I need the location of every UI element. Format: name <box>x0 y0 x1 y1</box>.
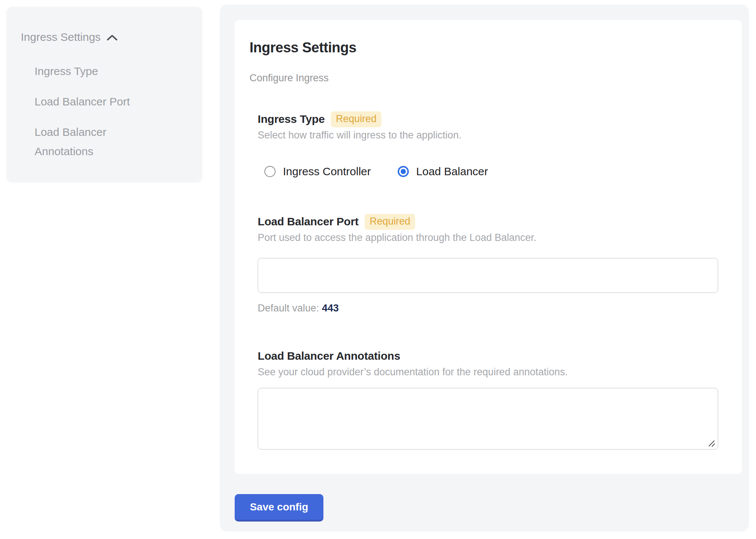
page-subtitle: Configure Ingress <box>250 71 742 85</box>
radio-button-selected[interactable] <box>398 166 409 177</box>
lb-annotations-textarea[interactable] <box>258 388 718 450</box>
default-value: 443 <box>322 303 339 314</box>
sidebar-item-load-balancer-port[interactable]: Load Balancer Port <box>35 92 150 111</box>
lb-port-description: Port used to access the application thro… <box>258 231 718 244</box>
ingress-settings-card: Ingress Settings Configure Ingress Ingre… <box>235 20 742 474</box>
radio-option-ingress-controller[interactable]: Ingress Controller <box>264 165 371 178</box>
settings-sidebar: Ingress Settings Ingress Type Load Balan… <box>6 7 202 183</box>
chevron-up-icon <box>107 33 118 41</box>
ingress-type-label: Ingress Type <box>258 113 325 125</box>
lb-annotations-description: See your cloud provider’s documentation … <box>258 365 718 379</box>
radio-label: Ingress Controller <box>283 165 371 178</box>
lb-annotations-label: Load Balancer Annotations <box>258 350 400 362</box>
radio-button-unselected[interactable] <box>264 166 276 177</box>
ingress-type-radio-group: Ingress Controller Load Balancer <box>258 164 718 179</box>
radio-label: Load Balancer <box>416 165 488 178</box>
radio-option-load-balancer[interactable]: Load Balancer <box>398 165 488 178</box>
sidebar-item-load-balancer-annotations[interactable]: Load Balancer Annotations <box>35 122 150 161</box>
required-badge: Required <box>365 214 415 230</box>
lb-annotations-label-row: Load Balancer Annotations <box>258 348 718 364</box>
ingress-type-label-row: Ingress Type Required <box>258 111 718 127</box>
lb-port-label: Load Balancer Port <box>258 215 358 228</box>
ingress-type-description: Select how traffic will ingress to the a… <box>258 128 718 142</box>
lb-port-input[interactable] <box>258 258 718 293</box>
form-fields: Ingress Type Required Select how traffic… <box>258 111 718 450</box>
sidebar-section-ingress-settings[interactable]: Ingress Settings <box>21 30 202 45</box>
sidebar-item-ingress-type[interactable]: Ingress Type <box>35 62 150 81</box>
required-badge: Required <box>331 111 381 127</box>
lb-port-default-row: Default value:443 <box>258 301 718 315</box>
lb-port-label-row: Load Balancer Port Required <box>258 214 718 229</box>
page-title: Ingress Settings <box>250 39 742 56</box>
settings-panel: Ingress Settings Configure Ingress Ingre… <box>220 4 749 532</box>
lb-annotations-textarea-wrap <box>258 388 718 450</box>
sidebar-section-label: Ingress Settings <box>21 30 101 45</box>
default-value-label: Default value: <box>258 303 319 314</box>
sidebar-nav-list: Ingress Type Load Balancer Port Load Bal… <box>35 62 202 161</box>
save-config-button[interactable]: Save config <box>235 494 323 522</box>
